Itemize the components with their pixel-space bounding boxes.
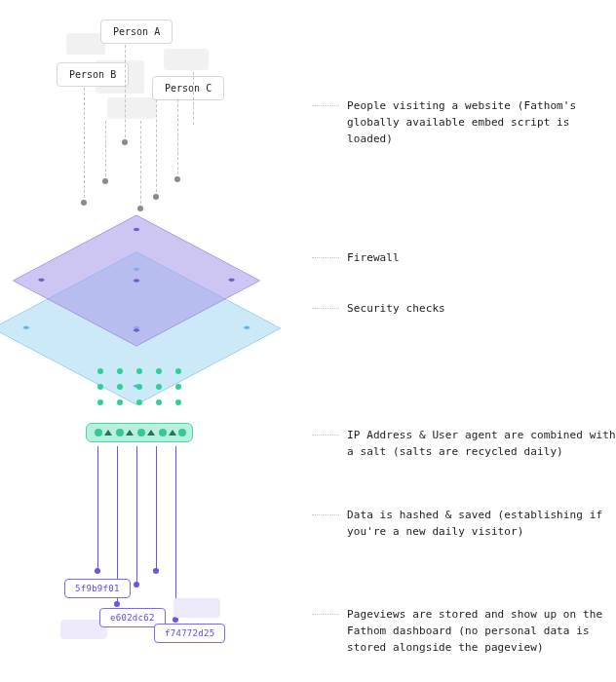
drop-line xyxy=(193,72,194,125)
green-dot xyxy=(97,384,103,390)
annotation-pageviews: Pageviews are stored and show up on the … xyxy=(312,606,616,656)
person-a-box: Person A xyxy=(100,19,173,44)
drop-dot xyxy=(174,176,180,182)
drop-dot xyxy=(122,139,128,145)
green-dot xyxy=(136,368,142,374)
purple-dot xyxy=(114,601,120,607)
person-b-label: Person B xyxy=(69,69,116,80)
purple-line xyxy=(97,446,98,571)
annotation-hashed-text: Data is hashed & saved (establishing if … xyxy=(347,507,616,540)
purple-line xyxy=(136,446,137,585)
person-c-box: Person C xyxy=(152,76,224,100)
annotation-security: Security checks xyxy=(312,300,616,317)
annotation-pageviews-text: Pageviews are stored and show up on the … xyxy=(347,606,616,656)
annotation-people-text: People visiting a website (Fathom's glob… xyxy=(347,97,616,147)
annotation-column: People visiting a website (Fathom's glob… xyxy=(312,0,616,682)
green-dot xyxy=(156,368,162,374)
drop-line xyxy=(105,121,106,181)
annotation-security-text: Security checks xyxy=(347,300,445,317)
hash-3-value: f74772d25 xyxy=(165,628,214,638)
person-a-label: Person A xyxy=(113,26,160,37)
drop-line xyxy=(177,99,178,179)
green-dot xyxy=(156,399,162,405)
annotation-firewall: Firewall xyxy=(312,249,616,266)
green-dot xyxy=(136,399,142,405)
purple-dot xyxy=(134,582,139,587)
annotation-firewall-text: Firewall xyxy=(347,249,400,266)
purple-dot xyxy=(95,568,100,574)
hash-box-1: 5f9b9f01 xyxy=(64,579,131,598)
leader-dots xyxy=(312,514,339,515)
green-dot xyxy=(97,368,103,374)
annotation-people: People visiting a website (Fathom's glob… xyxy=(312,97,616,147)
drop-line xyxy=(156,99,157,197)
drop-line xyxy=(84,88,85,203)
green-dot xyxy=(117,368,123,374)
firewall-plane-wrapper xyxy=(49,193,224,300)
person-b-box: Person B xyxy=(57,62,129,87)
hash-2-value: e602dc62 xyxy=(110,613,155,623)
green-dot xyxy=(117,399,123,405)
green-dot xyxy=(136,384,142,390)
green-dot xyxy=(97,399,103,405)
hash-ghost xyxy=(173,598,220,618)
leader-dots xyxy=(312,614,339,615)
purple-line xyxy=(156,446,157,571)
salt-bar xyxy=(86,423,193,442)
green-dot xyxy=(175,368,181,374)
person-c-label: Person C xyxy=(165,83,212,94)
green-dot xyxy=(117,384,123,390)
leader-dots xyxy=(312,105,339,106)
green-dot xyxy=(175,384,181,390)
annotation-salt-text: IP Address & User agent are combined wit… xyxy=(347,427,616,460)
diagram-canvas: Person A Person B Person C xyxy=(0,0,312,682)
hash-1-value: 5f9b9f01 xyxy=(75,584,120,593)
ghost-box xyxy=(66,33,105,55)
ghost-box xyxy=(107,97,156,119)
purple-dot xyxy=(153,568,159,574)
drop-dot xyxy=(102,178,108,184)
annotation-salt: IP Address & User agent are combined wit… xyxy=(312,427,616,460)
ghost-box xyxy=(164,49,209,70)
green-dot xyxy=(175,399,181,405)
hash-box-3: f74772d25 xyxy=(154,624,225,643)
annotation-hashed: Data is hashed & saved (establishing if … xyxy=(312,507,616,540)
leader-dots xyxy=(312,435,339,436)
green-dot xyxy=(156,384,162,390)
leader-dots xyxy=(312,257,339,258)
leader-dots xyxy=(312,308,339,309)
purple-line xyxy=(175,446,176,620)
drop-line xyxy=(125,45,126,142)
